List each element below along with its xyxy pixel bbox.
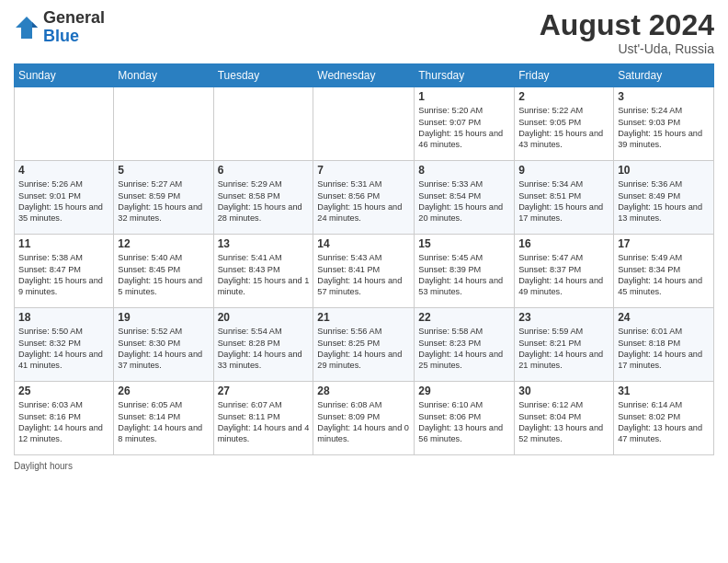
day-info: Sunrise: 5:36 AM Sunset: 8:49 PM Dayligh… xyxy=(618,178,710,224)
day-number: 9 xyxy=(518,164,609,177)
col-tuesday: Tuesday xyxy=(213,64,313,87)
day-number: 27 xyxy=(218,385,310,397)
calendar-cell: 16Sunrise: 5:47 AM Sunset: 8:37 PM Dayli… xyxy=(515,235,614,308)
day-number: 26 xyxy=(118,385,209,397)
day-number: 4 xyxy=(18,164,109,177)
calendar-cell: 1Sunrise: 5:20 AM Sunset: 9:07 PM Daylig… xyxy=(415,87,515,161)
day-number: 25 xyxy=(18,385,109,397)
col-thursday: Thursday xyxy=(415,64,515,87)
calendar-cell: 6Sunrise: 5:29 AM Sunset: 8:58 PM Daylig… xyxy=(213,161,313,235)
svg-marker-1 xyxy=(32,22,38,28)
calendar-cell: 4Sunrise: 5:26 AM Sunset: 9:01 PM Daylig… xyxy=(15,161,114,235)
calendar-cell: 22Sunrise: 5:58 AM Sunset: 8:23 PM Dayli… xyxy=(415,308,515,382)
day-number: 6 xyxy=(218,164,310,177)
day-info: Sunrise: 5:40 AM Sunset: 8:45 PM Dayligh… xyxy=(118,252,209,298)
day-number: 7 xyxy=(317,164,410,177)
day-info: Sunrise: 5:56 AM Sunset: 8:25 PM Dayligh… xyxy=(317,326,410,372)
day-number: 3 xyxy=(618,90,710,103)
calendar-week-3: 11Sunrise: 5:38 AM Sunset: 8:47 PM Dayli… xyxy=(15,235,714,308)
day-info: Sunrise: 6:08 AM Sunset: 8:09 PM Dayligh… xyxy=(317,399,410,445)
calendar-cell: 29Sunrise: 6:10 AM Sunset: 8:06 PM Dayli… xyxy=(415,382,515,455)
day-number: 10 xyxy=(618,164,710,177)
logo-general-text: General xyxy=(43,8,105,27)
calendar-cell: 5Sunrise: 5:27 AM Sunset: 8:59 PM Daylig… xyxy=(114,161,213,235)
day-info: Sunrise: 5:24 AM Sunset: 9:03 PM Dayligh… xyxy=(618,105,710,151)
calendar-cell: 23Sunrise: 5:59 AM Sunset: 8:21 PM Dayli… xyxy=(515,308,614,382)
day-info: Sunrise: 6:07 AM Sunset: 8:11 PM Dayligh… xyxy=(218,399,310,445)
day-info: Sunrise: 6:12 AM Sunset: 8:04 PM Dayligh… xyxy=(518,399,609,445)
calendar-cell: 25Sunrise: 6:03 AM Sunset: 8:16 PM Dayli… xyxy=(15,382,114,455)
calendar-cell: 10Sunrise: 5:36 AM Sunset: 8:49 PM Dayli… xyxy=(614,161,714,235)
calendar-header-row: Sunday Monday Tuesday Wednesday Thursday… xyxy=(15,64,714,87)
day-info: Sunrise: 5:33 AM Sunset: 8:54 PM Dayligh… xyxy=(418,178,510,224)
calendar-cell: 18Sunrise: 5:50 AM Sunset: 8:32 PM Dayli… xyxy=(15,308,114,382)
day-number: 12 xyxy=(118,237,209,250)
day-number: 21 xyxy=(317,311,410,324)
day-info: Sunrise: 5:38 AM Sunset: 8:47 PM Dayligh… xyxy=(18,252,109,298)
day-info: Sunrise: 5:52 AM Sunset: 8:30 PM Dayligh… xyxy=(118,326,209,372)
calendar-cell: 14Sunrise: 5:43 AM Sunset: 8:41 PM Dayli… xyxy=(313,235,415,308)
day-number: 24 xyxy=(618,311,710,324)
day-info: Sunrise: 6:10 AM Sunset: 8:06 PM Dayligh… xyxy=(418,399,510,445)
day-number: 31 xyxy=(618,385,710,397)
day-number: 2 xyxy=(518,90,609,103)
calendar-cell: 20Sunrise: 5:54 AM Sunset: 8:28 PM Dayli… xyxy=(213,308,313,382)
calendar-cell: 7Sunrise: 5:31 AM Sunset: 8:56 PM Daylig… xyxy=(313,161,415,235)
footer: Daylight hours xyxy=(14,461,714,471)
day-number: 8 xyxy=(418,164,510,177)
calendar-week-2: 4Sunrise: 5:26 AM Sunset: 9:01 PM Daylig… xyxy=(15,161,714,235)
day-info: Sunrise: 5:54 AM Sunset: 8:28 PM Dayligh… xyxy=(218,326,310,372)
calendar-cell: 17Sunrise: 5:49 AM Sunset: 8:34 PM Dayli… xyxy=(614,235,714,308)
day-info: Sunrise: 6:03 AM Sunset: 8:16 PM Dayligh… xyxy=(18,399,109,445)
day-info: Sunrise: 5:22 AM Sunset: 9:05 PM Dayligh… xyxy=(518,105,609,151)
logo-blue-text: Blue xyxy=(43,27,79,45)
day-info: Sunrise: 5:20 AM Sunset: 9:07 PM Dayligh… xyxy=(418,105,510,151)
calendar-cell xyxy=(313,87,415,161)
day-info: Sunrise: 5:29 AM Sunset: 8:58 PM Dayligh… xyxy=(218,178,310,224)
calendar-cell xyxy=(213,87,313,161)
day-info: Sunrise: 5:59 AM Sunset: 8:21 PM Dayligh… xyxy=(518,326,609,372)
day-info: Sunrise: 6:14 AM Sunset: 8:02 PM Dayligh… xyxy=(618,399,710,445)
calendar-week-1: 1Sunrise: 5:20 AM Sunset: 9:07 PM Daylig… xyxy=(15,87,714,161)
calendar-week-4: 18Sunrise: 5:50 AM Sunset: 8:32 PM Dayli… xyxy=(15,308,714,382)
calendar-cell: 15Sunrise: 5:45 AM Sunset: 8:39 PM Dayli… xyxy=(415,235,515,308)
col-saturday: Saturday xyxy=(614,64,714,87)
day-number: 20 xyxy=(218,311,310,324)
day-info: Sunrise: 5:26 AM Sunset: 9:01 PM Dayligh… xyxy=(18,178,109,224)
page: General Blue August 2024 Ust'-Uda, Russi… xyxy=(0,0,728,563)
calendar-cell: 24Sunrise: 6:01 AM Sunset: 8:18 PM Dayli… xyxy=(614,308,714,382)
logo-icon xyxy=(14,15,40,40)
day-number: 22 xyxy=(418,311,510,324)
calendar-cell: 9Sunrise: 5:34 AM Sunset: 8:51 PM Daylig… xyxy=(515,161,614,235)
day-number: 16 xyxy=(518,237,609,250)
day-info: Sunrise: 5:49 AM Sunset: 8:34 PM Dayligh… xyxy=(618,252,710,298)
calendar-week-5: 25Sunrise: 6:03 AM Sunset: 8:16 PM Dayli… xyxy=(15,382,714,455)
title-block: August 2024 Ust'-Uda, Russia xyxy=(540,9,714,56)
day-number: 1 xyxy=(418,90,510,103)
calendar-cell: 30Sunrise: 6:12 AM Sunset: 8:04 PM Dayli… xyxy=(515,382,614,455)
calendar-cell: 11Sunrise: 5:38 AM Sunset: 8:47 PM Dayli… xyxy=(15,235,114,308)
day-number: 28 xyxy=(317,385,410,397)
daylight-label: Daylight hours xyxy=(14,461,73,471)
calendar-cell: 12Sunrise: 5:40 AM Sunset: 8:45 PM Dayli… xyxy=(114,235,213,308)
calendar-cell: 26Sunrise: 6:05 AM Sunset: 8:14 PM Dayli… xyxy=(114,382,213,455)
col-friday: Friday xyxy=(515,64,614,87)
col-sunday: Sunday xyxy=(15,64,114,87)
logo: General Blue xyxy=(14,9,105,46)
day-number: 11 xyxy=(18,237,109,250)
day-number: 5 xyxy=(118,164,209,177)
calendar-cell: 28Sunrise: 6:08 AM Sunset: 8:09 PM Dayli… xyxy=(313,382,415,455)
calendar-cell xyxy=(15,87,114,161)
day-number: 14 xyxy=(317,237,410,250)
day-number: 23 xyxy=(518,311,609,324)
day-number: 29 xyxy=(418,385,510,397)
day-info: Sunrise: 6:05 AM Sunset: 8:14 PM Dayligh… xyxy=(118,399,209,445)
day-number: 15 xyxy=(418,237,510,250)
day-number: 17 xyxy=(618,237,710,250)
calendar-cell: 8Sunrise: 5:33 AM Sunset: 8:54 PM Daylig… xyxy=(415,161,515,235)
day-info: Sunrise: 5:43 AM Sunset: 8:41 PM Dayligh… xyxy=(317,252,410,298)
day-info: Sunrise: 5:34 AM Sunset: 8:51 PM Dayligh… xyxy=(518,178,609,224)
day-number: 18 xyxy=(18,311,109,324)
month-title: August 2024 xyxy=(540,9,714,41)
calendar-cell: 19Sunrise: 5:52 AM Sunset: 8:30 PM Dayli… xyxy=(114,308,213,382)
